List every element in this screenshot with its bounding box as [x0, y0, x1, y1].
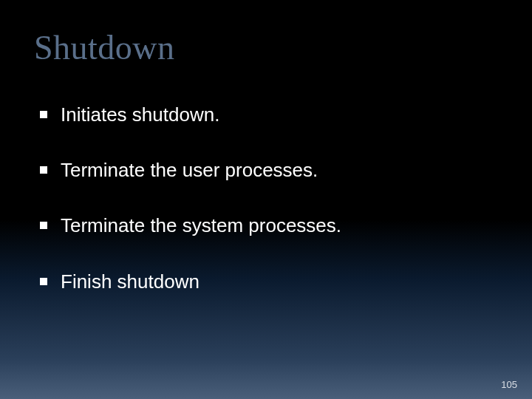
list-item: Finish shutdown: [37, 270, 495, 293]
list-item: Terminate the user processes.: [37, 159, 495, 182]
page-number: 105: [501, 379, 517, 390]
slide: Shutdown Initiates shutdown. Terminate t…: [0, 0, 532, 399]
list-item: Terminate the system processes.: [37, 214, 495, 237]
bullet-list: Initiates shutdown. Terminate the user p…: [37, 103, 495, 326]
list-item: Initiates shutdown.: [37, 103, 495, 126]
slide-title: Shutdown: [34, 28, 175, 67]
